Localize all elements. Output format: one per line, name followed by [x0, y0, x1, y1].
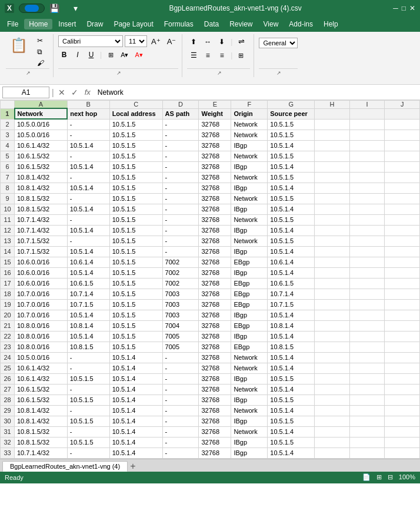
row-num-31[interactable]: 31	[1, 426, 15, 437]
cell-g33[interactable]: 10.5.1.4	[268, 448, 315, 458]
cell-c22[interactable]: 10.5.1.5	[109, 331, 162, 342]
cell-j20[interactable]	[385, 310, 420, 320]
align-center-button[interactable]: ≡	[201, 49, 214, 61]
cell-b15[interactable]: 10.6.1.4	[67, 257, 109, 267]
cell-j3[interactable]	[385, 130, 420, 140]
cell-f26[interactable]: IBgp	[231, 373, 268, 384]
cell-f25[interactable]: Network	[231, 363, 268, 373]
cell-h1[interactable]	[315, 108, 350, 119]
autosave-toggle[interactable]	[19, 4, 45, 13]
cell-h33[interactable]	[315, 448, 350, 458]
cell-j10[interactable]	[385, 204, 420, 214]
cell-i24[interactable]	[349, 352, 385, 363]
minimize-icon[interactable]: ─	[393, 4, 398, 12]
cell-e2[interactable]: 32768	[199, 119, 231, 130]
bold-button[interactable]: B	[58, 49, 70, 61]
cell-b31[interactable]: -	[67, 426, 109, 437]
col-header-h[interactable]: H	[315, 101, 350, 109]
cell-a13[interactable]: 10.7.1.5/32	[15, 236, 68, 246]
cell-d26[interactable]: -	[162, 373, 199, 384]
cell-c9[interactable]: 10.5.1.5	[109, 193, 162, 204]
cell-c21[interactable]: 10.5.1.5	[109, 320, 162, 331]
cell-j21[interactable]	[385, 320, 420, 331]
cell-h12[interactable]	[315, 225, 350, 236]
cell-g31[interactable]: 10.5.1.4	[268, 426, 315, 437]
cell-h6[interactable]	[315, 161, 350, 172]
cell-c15[interactable]: 10.5.1.5	[109, 257, 162, 267]
cell-e18[interactable]: 32768	[199, 289, 231, 299]
row-num-33[interactable]: 33	[1, 448, 15, 458]
menu-insert[interactable]: Insert	[54, 19, 81, 29]
cell-j22[interactable]	[385, 331, 420, 342]
cell-a6[interactable]: 10.6.1.5/32	[15, 161, 68, 172]
cell-e22[interactable]: 32768	[199, 331, 231, 342]
cell-c11[interactable]: 10.5.1.5	[109, 214, 162, 225]
font-size-select[interactable]: 11	[125, 35, 147, 47]
row-num-5[interactable]: 5	[1, 151, 15, 161]
cell-f4[interactable]: IBgp	[231, 140, 268, 151]
cell-b19[interactable]: 10.7.1.5	[67, 299, 109, 310]
cell-e21[interactable]: 32768	[199, 320, 231, 331]
col-header-b[interactable]: B	[67, 101, 109, 109]
cell-d7[interactable]: -	[162, 172, 199, 183]
formula-confirm-icon[interactable]: ✓	[69, 88, 80, 97]
cell-d8[interactable]: -	[162, 183, 199, 193]
cell-f19[interactable]: EBgp	[231, 299, 268, 310]
menu-home[interactable]: Home	[24, 19, 52, 29]
font-color-button[interactable]: A▾	[132, 49, 145, 61]
cell-j27[interactable]	[385, 384, 420, 395]
cell-a1[interactable]: Network	[15, 108, 68, 119]
cell-b28[interactable]: 10.5.1.5	[67, 395, 109, 405]
cell-j7[interactable]	[385, 172, 420, 183]
cell-g21[interactable]: 10.8.1.4	[268, 320, 315, 331]
cell-h22[interactable]	[315, 331, 350, 342]
cell-e26[interactable]: 32768	[199, 373, 231, 384]
cell-f33[interactable]: IBgp	[231, 448, 268, 458]
cell-i8[interactable]	[349, 183, 385, 193]
cell-e33[interactable]: 32768	[199, 448, 231, 458]
menu-view[interactable]: View	[259, 19, 284, 29]
cell-f1[interactable]: Origin	[231, 108, 268, 119]
cell-j16[interactable]	[385, 267, 420, 278]
cell-h26[interactable]	[315, 373, 350, 384]
row-num-30[interactable]: 30	[1, 416, 15, 426]
cell-a28[interactable]: 10.6.1.5/32	[15, 395, 68, 405]
cell-i27[interactable]	[349, 384, 385, 395]
col-header-a[interactable]: A	[15, 101, 68, 109]
cell-i4[interactable]	[349, 140, 385, 151]
cell-h21[interactable]	[315, 320, 350, 331]
cell-a18[interactable]: 10.7.0.0/16	[15, 289, 68, 299]
cell-f22[interactable]: IBgp	[231, 331, 268, 342]
cell-a4[interactable]: 10.6.1.4/32	[15, 140, 68, 151]
cell-a16[interactable]: 10.6.0.0/16	[15, 267, 68, 278]
menu-file[interactable]: File	[2, 19, 23, 29]
row-num-10[interactable]: 10	[1, 204, 15, 214]
row-num-12[interactable]: 12	[1, 225, 15, 236]
cell-e19[interactable]: 32768	[199, 299, 231, 310]
cell-b6[interactable]: 10.5.1.4	[67, 161, 109, 172]
more-icon[interactable]: ▾	[74, 4, 78, 13]
cell-e29[interactable]: 32768	[199, 405, 231, 416]
cell-e10[interactable]: 32768	[199, 204, 231, 214]
cell-f14[interactable]: IBgp	[231, 246, 268, 257]
cell-b30[interactable]: 10.5.1.5	[67, 416, 109, 426]
cell-e31[interactable]: 32768	[199, 426, 231, 437]
cell-a2[interactable]: 10.5.0.0/16	[15, 119, 68, 130]
cell-b12[interactable]: 10.5.1.4	[67, 225, 109, 236]
row-num-7[interactable]: 7	[1, 172, 15, 183]
row-num-13[interactable]: 13	[1, 236, 15, 246]
cell-a9[interactable]: 10.8.1.5/32	[15, 193, 68, 204]
cell-d2[interactable]: -	[162, 119, 199, 130]
cell-a20[interactable]: 10.7.0.0/16	[15, 310, 68, 320]
cell-e23[interactable]: 32768	[199, 342, 231, 352]
cell-d16[interactable]: 7002	[162, 267, 199, 278]
cell-i7[interactable]	[349, 172, 385, 183]
cell-g8[interactable]: 10.5.1.4	[268, 183, 315, 193]
cell-i21[interactable]	[349, 320, 385, 331]
cell-h19[interactable]	[315, 299, 350, 310]
cell-d32[interactable]: -	[162, 437, 199, 448]
cell-c1[interactable]: Local address	[109, 108, 162, 119]
menu-review[interactable]: Review	[225, 19, 257, 29]
cell-b20[interactable]: 10.5.1.4	[67, 310, 109, 320]
cell-e1[interactable]: Weight	[199, 108, 231, 119]
